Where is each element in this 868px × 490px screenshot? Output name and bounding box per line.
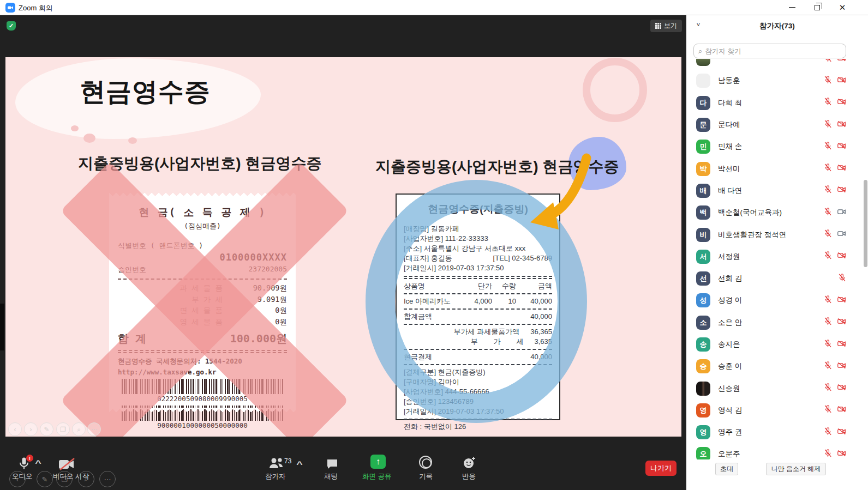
camera-off-icon <box>836 317 847 328</box>
participant-name: 오문주 <box>718 449 740 459</box>
share-screen-icon[interactable]: ↑ <box>370 455 386 469</box>
participant-row[interactable]: 서서정원 <box>686 246 860 268</box>
participant-row[interactable]: 승승훈 이 <box>686 355 860 377</box>
zoom-meeting-window: Zoom 회의 ✕ ✓ 보기 현금영수증 지출증빙용(사업자번호) 현금영수증 … <box>0 0 868 490</box>
slide-next-button[interactable]: › <box>24 422 38 436</box>
participant-row[interactable]: 다다희 최 <box>686 92 860 114</box>
item-table-header: 상품명단가수량금액 <box>404 281 552 291</box>
participants-icon[interactable] <box>268 457 285 470</box>
slides-overview-button[interactable]: ❐ <box>56 422 70 436</box>
camera-off-icon <box>836 251 847 262</box>
close-button[interactable]: ✕ <box>830 0 855 15</box>
barcode-number: 9000001000000050000000 <box>118 421 287 429</box>
participant-row[interactable]: 비비호생활관장 정석연 <box>686 223 860 245</box>
deco-dot <box>71 125 79 131</box>
participant-name: 선희 김 <box>718 274 742 283</box>
mic-muted-icon <box>823 404 833 416</box>
mic-muted-icon <box>823 361 833 372</box>
leave-meeting-button[interactable]: 나가기 <box>645 461 677 476</box>
mic-muted-icon <box>823 383 833 394</box>
audio-button-label[interactable]: 오디오 <box>12 472 33 481</box>
avatar: 성 <box>696 293 710 307</box>
chat-button-label[interactable]: 채팅 <box>324 472 338 481</box>
unmute-self-button[interactable]: 나만 음소거 해제 <box>766 463 826 475</box>
reactions-icon[interactable] <box>462 456 476 470</box>
avatar <box>696 382 710 396</box>
minimize-button[interactable] <box>780 0 805 15</box>
audio-options-caret[interactable]: ^ <box>35 459 41 468</box>
search-input[interactable] <box>705 47 825 55</box>
video-off-icon[interactable] <box>57 458 76 471</box>
column-header: 상품명 <box>404 281 458 291</box>
camera-off-icon <box>836 295 847 306</box>
floating-pen-button[interactable]: ✎ <box>37 471 53 487</box>
participant-row[interactable]: 신승원 <box>686 377 860 399</box>
mic-muted-icon <box>823 295 833 306</box>
avatar: 문 <box>696 118 710 132</box>
vat-label: 부 가 세 <box>471 337 524 347</box>
participants-options-caret[interactable]: ^ <box>296 460 302 469</box>
zoom-tool-button[interactable]: ⌕ <box>72 422 86 436</box>
item-cell: 40,000 <box>516 297 552 306</box>
chat-icon[interactable] <box>326 457 339 470</box>
participant-name: 백순철(국어교육과) <box>718 208 782 217</box>
deco-dot <box>128 137 137 144</box>
slide-prev-button[interactable]: ‹ <box>8 422 22 436</box>
participant-row[interactable]: 배배 다연 <box>686 180 860 202</box>
security-shield-icon[interactable]: ✓ <box>7 21 16 31</box>
zoom-app-icon <box>5 3 15 13</box>
mic-muted-icon <box>823 339 833 350</box>
payment-info-line: [승인번호] 123456789 <box>404 397 552 407</box>
participants-button-label[interactable]: 참가자 <box>265 472 286 481</box>
search-icon: ⌕ <box>698 47 702 56</box>
video-button-label[interactable]: 비디오 시작 <box>53 472 89 481</box>
camera-off-icon <box>836 404 847 416</box>
pen-tool-button[interactable]: ✎ <box>40 422 53 436</box>
camera-off-icon <box>836 97 847 108</box>
participants-panel: ˅ 참가자(73) ⌕ 남동훈다다희 최문문다예민민채 손박박선미배배 다연백백… <box>686 15 868 490</box>
column-header: 금액 <box>516 281 552 291</box>
camera-off-icon <box>836 383 847 394</box>
camera-off-icon <box>836 141 847 153</box>
share-screen-label[interactable]: 화면 공유 <box>362 472 391 481</box>
participant-name: 영석 김 <box>718 406 742 415</box>
participant-row[interactable]: 영영석 김 <box>686 400 860 421</box>
scrollbar-thumb[interactable] <box>864 180 867 267</box>
reactions-button-label[interactable]: 반응 <box>462 472 476 481</box>
participant-row[interactable]: 선선희 김 <box>686 268 860 289</box>
subtotal-value: 40,000 <box>530 312 552 322</box>
participant-row[interactable]: 박박선미 <box>686 158 860 179</box>
mic-muted-icon <box>823 119 833 131</box>
record-icon[interactable] <box>419 456 432 469</box>
mic-muted-icon <box>823 97 833 108</box>
more-tools-button[interactable]: ⋯ <box>87 422 101 436</box>
avatar: 박 <box>696 162 710 176</box>
participant-row[interactable]: 민민채 손 <box>686 136 860 158</box>
participant-row[interactable]: 문문다예 <box>686 114 860 136</box>
invite-button[interactable]: 초대 <box>715 463 738 475</box>
mic-muted-icon <box>823 207 833 219</box>
audio-alert-badge: ! <box>26 455 33 462</box>
camera-off-icon <box>836 361 847 372</box>
participant-row[interactable]: 남동훈 <box>686 70 860 92</box>
participant-row[interactable]: 오오문주 <box>686 443 860 459</box>
floating-more-button[interactable]: ⋯ <box>99 471 116 487</box>
store-info-line: [주소] 서울특별시 강남구 서초대로 xxx <box>404 244 552 253</box>
participant-row[interactable]: 송송지은 <box>686 334 860 355</box>
participant-row[interactable]: 성성경 이 <box>686 289 860 311</box>
screen-edge-sliver <box>0 304 4 350</box>
column-header: 수량 <box>492 281 516 291</box>
participant-row[interactable]: 소소은 안 <box>686 312 860 334</box>
participant-row[interactable]: 백백순철(국어교육과) <box>686 202 860 223</box>
camera-off-icon <box>836 427 847 438</box>
record-button-label[interactable]: 기록 <box>419 472 433 481</box>
participant-row[interactable] <box>686 59 860 70</box>
participant-search-box[interactable]: ⌕ <box>693 44 846 58</box>
camera-on-icon <box>836 207 847 219</box>
avatar: 오 <box>696 447 710 459</box>
view-button[interactable]: 보기 <box>650 20 682 32</box>
close-icon: ✕ <box>839 3 846 11</box>
restore-button[interactable] <box>805 0 830 15</box>
avatar: 서 <box>696 250 710 264</box>
participant-row[interactable]: 영영주 권 <box>686 421 860 443</box>
